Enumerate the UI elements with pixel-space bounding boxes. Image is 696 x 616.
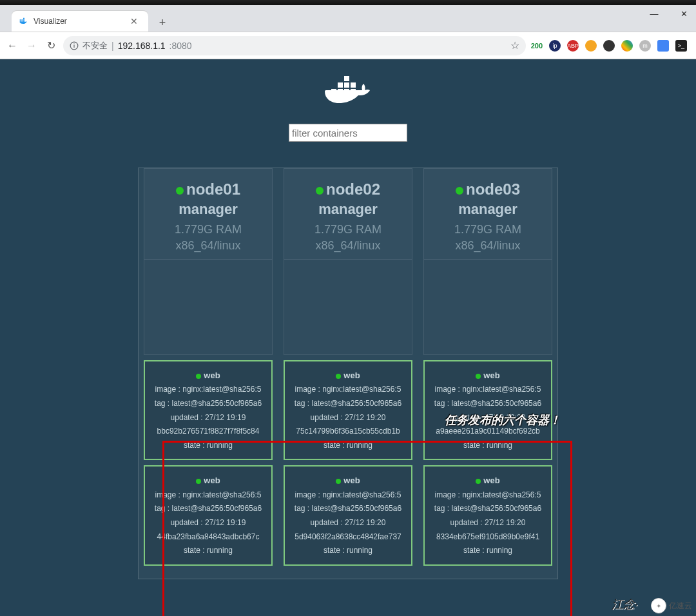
container-card[interactable]: webimage : nginx:latest@sha256:5tag : la… [144, 360, 273, 460]
extension-terminal-icon[interactable]: >_ [675, 40, 687, 52]
info-icon [70, 41, 79, 50]
extension-dark-icon[interactable] [603, 40, 615, 52]
node-header: node02manager1.779G RAMx86_64/linux [284, 168, 412, 260]
container-name: web [149, 473, 267, 488]
bookmark-star-button[interactable]: ☆ [510, 39, 519, 52]
status-dot-icon [336, 374, 341, 379]
container-card[interactable]: webimage : nginx:latest@sha256:5tag : la… [144, 465, 273, 565]
nav-forward-button[interactable]: → [24, 39, 39, 53]
url-port: :8080 [169, 41, 192, 51]
svg-rect-7 [338, 82, 343, 88]
extension-abp-icon[interactable]: ABP [567, 40, 579, 52]
node-column: node01manager1.779G RAMx86_64/linuxwebim… [144, 168, 273, 566]
container-id: 75c14799b6f36a15cb55cdb1b [289, 425, 407, 439]
node-role: manager [284, 201, 412, 218]
window-titlebar-strip [0, 0, 696, 5]
container-tag: tag : latest@sha256:50cf965a6 [429, 397, 547, 411]
insecure-label: 不安全 [82, 40, 108, 52]
tab-close-button[interactable]: ✕ [126, 16, 142, 26]
node-header: node01manager1.779G RAMx86_64/linux [144, 168, 273, 260]
container-tag: tag : latest@sha256:50cf965a6 [289, 397, 407, 411]
site-info-button[interactable]: 不安全 [70, 40, 108, 52]
brand-watermark-icon: ✦ [651, 598, 666, 613]
container-name: web [429, 473, 547, 488]
brand-watermark: ✦ 亿速云 [651, 598, 692, 613]
node-spacer [144, 260, 273, 355]
status-dot-icon [476, 479, 481, 484]
container-card[interactable]: webimage : nginx:latest@sha256:5tag : la… [423, 360, 552, 460]
node-arch: x86_64/linux [144, 239, 272, 253]
container-id: 5d94063f2a8638cc4842fae737 [289, 530, 407, 544]
container-state: state : running [149, 439, 267, 453]
status-dot-icon [196, 374, 201, 379]
status-dot-icon [196, 479, 201, 484]
node-column: node02manager1.779G RAMx86_64/linuxwebim… [284, 168, 412, 566]
status-dot-icon [316, 187, 324, 195]
svg-rect-10 [344, 76, 349, 81]
node-name: node02 [284, 180, 412, 198]
address-bar[interactable]: 不安全 | 192.168.1.1:8080 ☆ [63, 36, 526, 55]
container-name: web [149, 368, 267, 383]
container-list: webimage : nginx:latest@sha256:5tag : la… [144, 360, 273, 566]
svg-rect-1 [73, 44, 74, 47]
container-card[interactable]: webimage : nginx:latest@sha256:5tag : la… [423, 465, 552, 565]
extension-grey-icon[interactable]: m [639, 40, 651, 52]
svg-rect-8 [344, 82, 349, 88]
extension-translate-icon[interactable] [657, 40, 669, 52]
container-card[interactable]: webimage : nginx:latest@sha256:5tag : la… [284, 465, 412, 565]
container-card[interactable]: webimage : nginx:latest@sha256:5tag : la… [284, 360, 412, 460]
filter-containers-input[interactable] [289, 124, 407, 142]
annotation-text: 任务发布的六个容器！ [445, 412, 561, 428]
swarm-cluster-panel: node01manager1.779G RAMx86_64/linuxwebim… [138, 168, 558, 579]
node-ram: 1.779G RAM [144, 223, 272, 236]
docker-favicon [18, 16, 28, 26]
zoom-level-chip[interactable]: 200 [531, 42, 543, 50]
extension-chrome-icon[interactable] [621, 40, 633, 52]
docker-logo [0, 75, 696, 111]
new-tab-button[interactable]: + [153, 14, 171, 32]
container-name: web [429, 368, 547, 383]
container-tag: tag : latest@sha256:50cf965a6 [149, 502, 267, 516]
container-updated: updated : 27/12 19:20 [289, 516, 407, 530]
container-tag: tag : latest@sha256:50cf965a6 [149, 397, 267, 411]
container-updated: updated : 27/12 19:20 [429, 516, 547, 530]
node-spacer [423, 260, 552, 355]
container-list: webimage : nginx:latest@sha256:5tag : la… [423, 360, 552, 566]
container-id: 44fba23fba6a84843adbcb67c [149, 530, 267, 544]
container-state: state : running [429, 439, 547, 453]
node-spacer [284, 260, 412, 355]
node-column: node03manager1.779G RAMx86_64/linuxwebim… [423, 168, 552, 566]
svg-rect-9 [351, 82, 356, 88]
window-minimize-button[interactable]: — [646, 9, 662, 19]
extension-orange-icon[interactable] [585, 40, 597, 52]
node-ram: 1.779G RAM [424, 223, 552, 236]
browser-tab-active[interactable]: Visualizer ✕ [12, 11, 148, 32]
container-updated: updated : 27/12 19:20 [289, 411, 407, 425]
node-arch: x86_64/linux [424, 239, 552, 253]
nav-back-button[interactable]: ← [5, 39, 19, 53]
container-updated: updated : 27/12 19:19 [149, 411, 267, 425]
node-role: manager [144, 201, 272, 218]
url-host: 192.168.1.1 [118, 41, 166, 51]
container-image: image : nginx:latest@sha256:5 [149, 383, 267, 397]
container-image: image : nginx:latest@sha256:5 [429, 488, 547, 503]
container-state: state : running [289, 439, 407, 453]
extension-ip-icon[interactable]: ip [549, 40, 561, 52]
browser-toolbar: ← → ↻ 不安全 | 192.168.1.1:8080 ☆ 200 ip AB… [0, 32, 696, 59]
container-state: state : running [149, 544, 267, 558]
tab-title: Visualizer [34, 17, 126, 26]
container-id: 8334eb675ef9105d89b0e9f41 [429, 530, 547, 544]
node-ram: 1.779G RAM [284, 223, 412, 236]
node-header: node03manager1.779G RAMx86_64/linux [423, 168, 552, 260]
node-role: manager [424, 201, 552, 218]
nav-reload-button[interactable]: ↻ [44, 39, 58, 53]
status-dot-icon [176, 187, 184, 195]
brand-watermark-text: 亿速云 [669, 601, 692, 611]
container-list: webimage : nginx:latest@sha256:5tag : la… [284, 360, 412, 566]
node-name: node03 [424, 180, 552, 198]
window-close-button[interactable]: ✕ [675, 9, 692, 19]
container-tag: tag : latest@sha256:50cf965a6 [289, 502, 407, 516]
container-image: image : nginx:latest@sha256:5 [289, 488, 407, 503]
status-dot-icon [476, 374, 481, 379]
signature-watermark: 江念· [612, 597, 638, 612]
